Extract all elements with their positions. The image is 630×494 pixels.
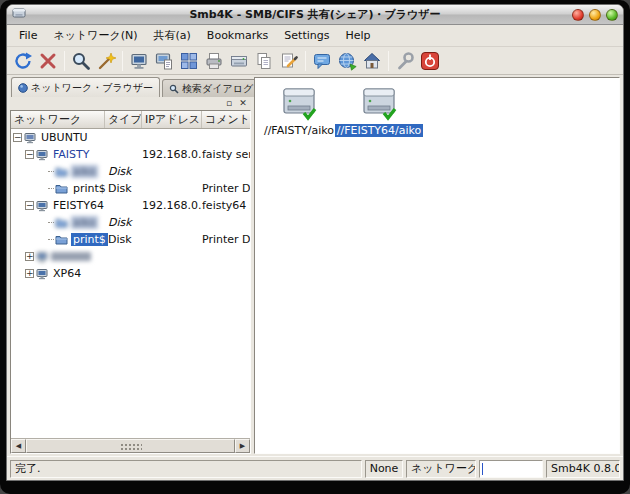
status-none: None <box>365 460 403 478</box>
tree-header: ネットワーク タイプ IPアドレス コメント <box>11 111 250 129</box>
quick-search-input[interactable] <box>482 463 540 475</box>
column-comment[interactable]: コメント <box>202 111 250 128</box>
mount-manually-icon[interactable] <box>94 49 118 73</box>
share-item-label-selected[interactable]: //FEISTY64/aiko <box>335 124 424 137</box>
table-row[interactable]: UBUNTU <box>11 129 250 146</box>
host-label[interactable]: FAISTY <box>51 148 92 161</box>
table-row[interactable]: aiko Disk <box>11 214 250 231</box>
comment-cell: Printer Dr <box>202 233 250 246</box>
collapse-icon[interactable] <box>13 133 22 142</box>
window-frame: Smb4K - SMB/CIFS 共有(シェア)・ブラウザー File ネットワ… <box>0 0 630 494</box>
collapse-icon[interactable] <box>25 201 34 210</box>
table-row[interactable]: FEISTY64 192.168.0.2 feisty64 s <box>11 197 250 214</box>
host-icon <box>36 149 48 161</box>
table-row[interactable]: aiko Disk <box>11 163 250 180</box>
type-cell: Disk <box>105 165 142 178</box>
share-label-selected[interactable]: print$ <box>71 233 108 246</box>
horizontal-scrollbar[interactable]: ◀ ▶ <box>11 438 250 453</box>
table-row[interactable]: print$ Disk Printer Dr <box>11 180 250 197</box>
share-folder-icon <box>55 217 68 228</box>
mounted-drive-icon[interactable] <box>276 85 322 123</box>
share-item-label[interactable]: //FAISTY/aiko <box>262 124 336 137</box>
share-label: aiko <box>71 165 98 178</box>
dock-close-icon[interactable]: ✕ <box>238 99 248 109</box>
quit-icon[interactable] <box>418 49 442 73</box>
table-row[interactable] <box>11 248 250 265</box>
hard-disk-icon[interactable] <box>227 49 251 73</box>
configure-icon[interactable] <box>393 49 417 73</box>
status-message: 完了. <box>10 460 362 478</box>
titlebar[interactable]: Smb4K - SMB/CIFS 共有(シェア)・ブラウザー <box>7 5 623 25</box>
workgroup-label[interactable]: UBUNTU <box>39 131 90 144</box>
minimize-button[interactable] <box>589 9 601 21</box>
column-ip[interactable]: IPアドレス <box>142 111 202 128</box>
share-label[interactable]: print$ <box>71 182 108 195</box>
redacted-host[interactable] <box>35 251 95 263</box>
tab-network-browser[interactable]: ネットワーク・ブラウザー <box>11 77 160 97</box>
home-icon[interactable] <box>360 49 384 73</box>
toolbar <box>7 47 623 75</box>
toolbar-separator <box>305 51 306 71</box>
comment-cell: feisty64 s <box>202 199 250 212</box>
scroll-left-icon[interactable]: ◀ <box>11 439 26 453</box>
menu-shares[interactable]: 共有(a) <box>146 25 199 46</box>
host-label[interactable]: XP64 <box>51 267 83 280</box>
scrollbar-grip <box>120 443 142 450</box>
mounted-drive-icon[interactable] <box>356 85 402 123</box>
table-row[interactable]: XP64 <box>11 265 250 282</box>
search-icon <box>169 84 179 94</box>
app-icon <box>12 5 26 24</box>
mounted-shares-view[interactable]: //FAISTY/aiko //FEISTY64/aiko <box>254 77 620 454</box>
printer-icon[interactable] <box>202 49 226 73</box>
branch-line <box>48 239 54 240</box>
expand-icon[interactable] <box>25 252 34 261</box>
host-icon <box>36 251 48 263</box>
tab-search-dialog[interactable]: 検索ダイアログ <box>162 79 260 97</box>
write-icon[interactable] <box>277 49 301 73</box>
list-item[interactable]: //FAISTY/aiko <box>259 85 339 137</box>
host-icon <box>36 268 48 280</box>
scroll-right-icon[interactable]: ▶ <box>235 439 250 453</box>
column-network[interactable]: ネットワーク <box>11 111 105 128</box>
menu-file[interactable]: File <box>11 26 45 45</box>
main-area: ネットワーク・ブラウザー 検索ダイアログ ▫ ✕ ネットワーク タイプ IPアド… <box>7 75 623 456</box>
table-row[interactable]: FAISTY 192.168.0.8 faisty ser <box>11 146 250 163</box>
scrollbar-thumb[interactable] <box>26 439 235 453</box>
type-cell: Disk <box>105 233 142 246</box>
expand-icon[interactable] <box>25 269 34 278</box>
redacted-share[interactable]: aiko <box>54 165 98 178</box>
rescan-icon[interactable] <box>11 49 35 73</box>
host-icon <box>36 200 48 212</box>
search-icon[interactable] <box>69 49 93 73</box>
redacted-share[interactable]: aiko <box>54 216 98 229</box>
menu-network[interactable]: ネットワーク(N) <box>45 25 145 46</box>
network-neighborhood-icon[interactable] <box>310 49 334 73</box>
status-input-box[interactable] <box>479 460 543 478</box>
application-window: Smb4K - SMB/CIFS 共有(シェア)・ブラウザー File ネットワ… <box>6 4 624 481</box>
network-sphere-icon <box>18 83 28 93</box>
share-label: aiko <box>71 216 98 229</box>
table-row[interactable]: print$ Disk Printer Dr <box>11 231 250 248</box>
dock-float-icon[interactable]: ▫ <box>224 99 234 109</box>
mounted-shares-icon[interactable] <box>177 49 201 73</box>
network-browser-icon[interactable] <box>127 49 151 73</box>
tab-label: 検索ダイアログ <box>182 82 253 96</box>
menu-bookmarks[interactable]: Bookmarks <box>199 26 276 45</box>
abort-icon[interactable] <box>36 49 60 73</box>
collapse-icon[interactable] <box>25 150 34 159</box>
host-label[interactable]: FEISTY64 <box>51 199 106 212</box>
column-type[interactable]: タイプ <box>105 111 142 128</box>
comment-cell: Printer Dr <box>202 182 250 195</box>
tree-body: UBUNTU FAISTY 192.168.0.8 faisty ser <box>11 129 250 438</box>
menu-help[interactable]: Help <box>337 26 378 45</box>
share-view-icon[interactable] <box>152 49 176 73</box>
copy-icon[interactable] <box>252 49 276 73</box>
internet-icon[interactable] <box>335 49 359 73</box>
comment-cell: faisty ser <box>202 148 250 161</box>
maximize-button[interactable] <box>606 9 618 21</box>
close-button[interactable] <box>572 9 584 21</box>
menu-settings[interactable]: Settings <box>276 26 337 45</box>
toolbar-separator <box>388 51 389 71</box>
list-item[interactable]: //FEISTY64/aiko <box>339 85 419 137</box>
share-folder-icon <box>55 183 68 194</box>
